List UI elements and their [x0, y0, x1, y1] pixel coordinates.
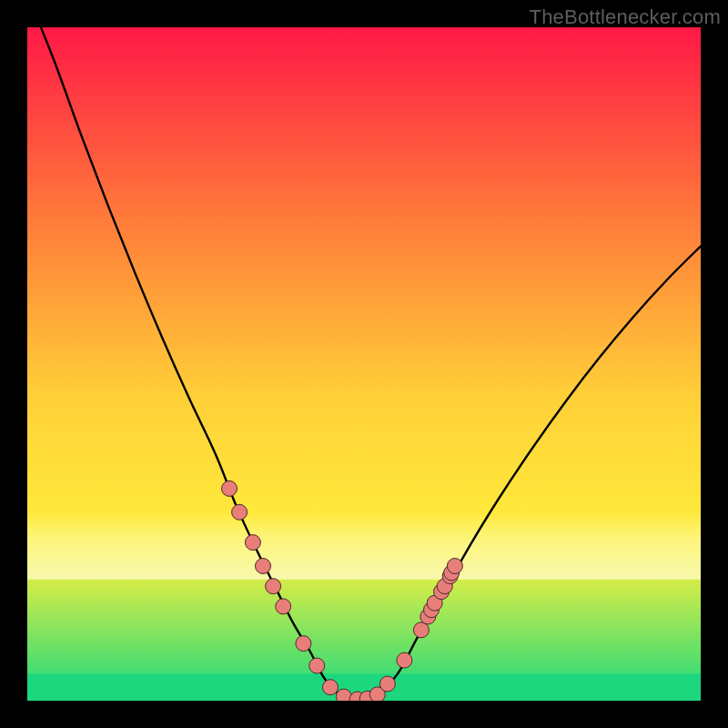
- data-marker: [323, 680, 339, 695]
- data-marker: [296, 636, 311, 652]
- data-marker: [276, 599, 291, 614]
- data-marker: [232, 504, 248, 520]
- data-marker: [222, 480, 238, 496]
- data-marker: [379, 676, 395, 692]
- watermark-label: TheBottlenecker.com: [530, 5, 721, 29]
- chart-svg: [27, 27, 701, 701]
- gradient-bg: [27, 27, 701, 701]
- data-marker: [256, 559, 271, 574]
- data-marker: [447, 559, 462, 574]
- plot-area: [27, 27, 701, 701]
- data-marker: [266, 579, 281, 594]
- yellow-band: [27, 512, 701, 580]
- data-marker: [245, 535, 260, 551]
- chart-stage: TheBottlenecker.com: [0, 0, 728, 728]
- data-marker: [397, 652, 412, 668]
- data-marker: [309, 658, 325, 673]
